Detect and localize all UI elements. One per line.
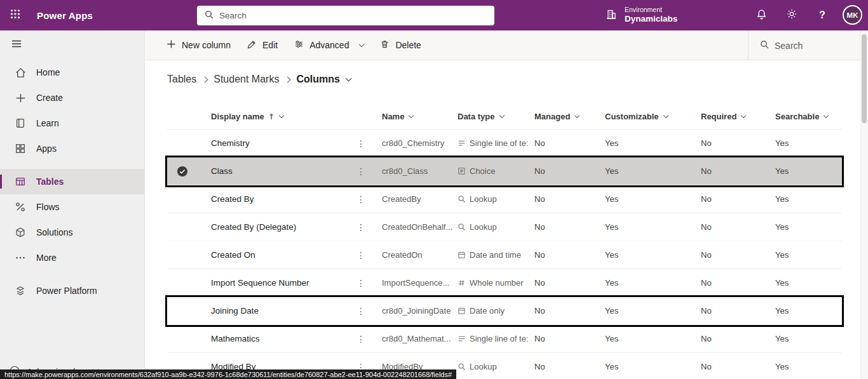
scrollbar-thumb[interactable] <box>862 34 867 123</box>
header-customizable[interactable]: Customizable <box>605 112 701 121</box>
header-display-name[interactable]: Display name ↑ <box>211 112 354 121</box>
header-data-type[interactable]: Data type <box>458 112 534 121</box>
check-circle-icon <box>177 166 188 177</box>
table-row[interactable]: Mathematics ⋮ cr8d0_Mathemat... Single l… <box>167 325 842 353</box>
table-row[interactable]: Import Sequence Number ⋮ ImportSequence.… <box>167 269 842 297</box>
row-select[interactable] <box>167 166 211 177</box>
global-search-box[interactable] <box>197 6 494 25</box>
header-searchable[interactable]: Searchable <box>775 112 842 121</box>
main-content: New column Edit Advanced Delete <box>145 30 868 379</box>
delete-button[interactable]: Delete <box>372 30 429 60</box>
hamburger-button[interactable] <box>1 30 32 60</box>
choice-icon <box>458 167 466 175</box>
header-managed[interactable]: Managed <box>534 112 605 121</box>
table-header-row: Display name ↑ Name Data type Managed Cu… <box>167 104 842 130</box>
cell-data-type: Single line of te: <box>458 138 534 148</box>
table-row[interactable]: Chemistry ⋮ cr8d0_Chemistry Single line … <box>167 130 842 157</box>
chevron-down-icon <box>741 113 746 118</box>
cell-searchable: Yes <box>775 250 842 260</box>
cell-searchable: Yes <box>775 278 842 288</box>
row-commands-icon[interactable]: ⋮ <box>354 222 382 232</box>
book-icon <box>14 117 27 129</box>
sidebar-item-tables[interactable]: Tables <box>0 169 144 194</box>
sidebar: Home Create Learn Apps Tables F <box>0 30 145 379</box>
row-commands-icon[interactable]: ⋮ <box>354 306 382 316</box>
sidebar-item-create[interactable]: Create <box>0 85 144 110</box>
row-commands-icon[interactable]: ⋮ <box>354 166 382 176</box>
help-button[interactable]: ? <box>808 0 836 30</box>
cell-display-name: Created On <box>211 250 354 260</box>
cell-required: No <box>701 278 775 288</box>
vertical-scrollbar[interactable] <box>860 30 868 379</box>
header-required[interactable]: Required <box>701 112 775 121</box>
table-row[interactable]: Created On ⋮ CreatedOn Date and time No … <box>167 241 842 269</box>
table-row[interactable]: Created By (Delegate) ⋮ CreatedOnBehalf.… <box>167 213 842 241</box>
waffle-button[interactable] <box>0 0 31 30</box>
home-icon <box>14 67 27 79</box>
notifications-button[interactable] <box>747 0 775 30</box>
cell-searchable: Yes <box>775 334 842 343</box>
hamburger-icon <box>11 38 22 52</box>
row-commands-icon[interactable]: ⋮ <box>354 278 382 288</box>
table-row[interactable]: Created By ⋮ CreatedBy Lookup No Yes No … <box>167 185 842 213</box>
sidebar-item-label: Tables <box>36 176 64 187</box>
chevron-down-icon <box>574 113 580 118</box>
environment-label: Environment <box>625 6 677 14</box>
cell-required: No <box>701 138 775 148</box>
table-row-highlighted[interactable]: Joining Date ⋮ cr8d0_JoiningDate Date on… <box>167 297 842 325</box>
chevron-down-icon <box>409 113 414 118</box>
cell-name: ImportSequence... <box>382 278 458 288</box>
sidebar-item-power-platform[interactable]: Power Platform <box>0 278 144 303</box>
command-bar: New column Edit Advanced Delete <box>145 30 868 60</box>
text-icon <box>458 139 466 147</box>
breadcrumb: Tables Student Marks Columns <box>167 74 351 85</box>
cell-searchable: Yes <box>775 194 842 204</box>
cell-data-type: Whole number <box>458 278 534 288</box>
cell-managed: No <box>534 278 605 288</box>
sidebar-item-flows[interactable]: Flows <box>0 194 144 220</box>
search-icon <box>760 40 769 51</box>
sort-asc-icon: ↑ <box>268 112 275 121</box>
lookup-icon <box>458 223 466 231</box>
row-commands-icon[interactable]: ⋮ <box>354 334 382 344</box>
list-search-button[interactable]: Search <box>748 30 868 60</box>
table-row-selected[interactable]: Class ⋮ cr8d0_Class Choice No Yes No Yes <box>167 157 842 185</box>
sidebar-item-label: Home <box>36 67 60 77</box>
browser-status-bar: https://make.powerapps.com/environments/… <box>0 369 456 379</box>
cell-name: cr8d0_Chemistry <box>382 138 458 148</box>
sidebar-item-more[interactable]: More <box>0 245 144 270</box>
plus-icon <box>166 39 176 51</box>
cell-managed: No <box>534 138 605 148</box>
breadcrumb-columns[interactable]: Columns <box>296 74 350 85</box>
sidebar-item-home[interactable]: Home <box>0 60 144 85</box>
chevron-down-icon <box>279 113 284 118</box>
header-name[interactable]: Name <box>382 112 458 121</box>
new-column-button[interactable]: New column <box>158 30 239 60</box>
cell-managed: No <box>534 194 605 204</box>
cell-data-type: Lookup <box>458 222 534 232</box>
settings-button[interactable] <box>778 0 806 30</box>
status-url: https://make.powerapps.com/environments/… <box>4 371 452 378</box>
cell-searchable: Yes <box>775 362 842 371</box>
breadcrumb-student-marks[interactable]: Student Marks <box>214 74 279 85</box>
global-search-input[interactable] <box>219 11 494 20</box>
edit-button[interactable]: Edit <box>239 30 286 60</box>
chevron-down-icon <box>359 41 364 46</box>
cell-display-name: Created By (Delegate) <box>211 222 354 232</box>
avatar-initials: MK <box>847 11 858 19</box>
cell-searchable: Yes <box>775 306 842 316</box>
environment-switcher[interactable]: Environment Dynamiclabs <box>605 0 677 30</box>
app-header: Power Apps Environment Dynamiclabs <box>0 0 868 30</box>
sidebar-item-apps[interactable]: Apps <box>0 136 144 161</box>
sidebar-item-learn[interactable]: Learn <box>0 110 144 136</box>
breadcrumb-tables[interactable]: Tables <box>167 74 196 85</box>
sidebar-item-label: Flows <box>36 202 60 212</box>
cell-searchable: Yes <box>775 166 842 176</box>
avatar[interactable]: MK <box>843 5 862 25</box>
row-commands-icon[interactable]: ⋮ <box>354 194 382 204</box>
sidebar-item-solutions[interactable]: Solutions <box>0 220 144 245</box>
advanced-button[interactable]: Advanced <box>286 30 372 60</box>
row-commands-icon[interactable]: ⋮ <box>354 250 382 260</box>
row-commands-icon[interactable]: ⋮ <box>354 138 382 149</box>
sliders-icon <box>294 39 304 51</box>
